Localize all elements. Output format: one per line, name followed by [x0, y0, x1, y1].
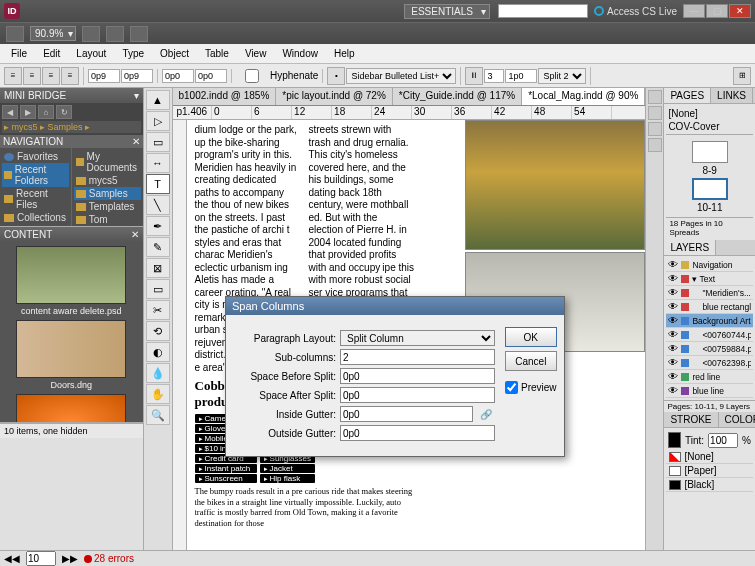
rectangle-frame-tool[interactable]: ⊠ — [146, 258, 170, 278]
layer-row[interactable]: 👁▾ Text — [666, 272, 753, 286]
layer-row[interactable]: 👁blue rectangle — [666, 300, 753, 314]
selection-tool[interactable]: ▲ — [146, 90, 170, 110]
column-count-field[interactable] — [484, 69, 504, 83]
folder-item[interactable]: Templates — [74, 200, 141, 213]
layer-row[interactable]: 👁blue line — [666, 384, 753, 398]
preflight-errors[interactable]: 28 errors — [84, 553, 134, 564]
document-tab[interactable]: *pic layout.indd @ 72% — [276, 88, 393, 105]
page-field[interactable] — [26, 551, 56, 566]
indent-left-field[interactable] — [88, 69, 120, 83]
hyphenate-checkbox[interactable] — [236, 69, 268, 83]
eyedropper-tool[interactable]: 💧 — [146, 363, 170, 383]
home-icon[interactable]: ⌂ — [38, 105, 54, 119]
close-button[interactable]: ✕ — [729, 4, 751, 18]
ruler-horizontal[interactable]: p1.406 061218243036424854 — [173, 106, 646, 120]
ok-button[interactable]: OK — [505, 327, 557, 347]
column-gutter-field[interactable] — [505, 69, 537, 83]
subcolumns-field[interactable] — [340, 349, 495, 365]
panel-close-icon[interactable]: ▾ — [134, 90, 139, 101]
document-tab[interactable]: b1002.indd @ 185% — [173, 88, 277, 105]
cs-live-button[interactable]: Access CS Live — [594, 6, 677, 17]
menu-window[interactable]: Window — [275, 46, 325, 61]
menu-table[interactable]: Table — [198, 46, 236, 61]
body-text-2[interactable]: The bumpy roads result in a pre carious … — [195, 486, 415, 529]
gap-tool[interactable]: ↔ — [146, 153, 170, 173]
space-before-field[interactable] — [162, 69, 194, 83]
fill-stroke-icon[interactable] — [668, 432, 681, 448]
justify-icon[interactable]: ≡ — [61, 67, 79, 85]
columns-icon[interactable]: ⫼ — [465, 67, 483, 85]
tag-item[interactable]: Hip flask — [260, 474, 316, 483]
align-left-icon[interactable]: ≡ — [4, 67, 22, 85]
photo-trees[interactable] — [465, 120, 645, 250]
zoom-tool[interactable]: 🔍 — [146, 405, 170, 425]
menu-view[interactable]: View — [238, 46, 274, 61]
pen-tool[interactable]: ✒ — [146, 216, 170, 236]
tint-field[interactable] — [708, 433, 738, 448]
panel-icon[interactable] — [648, 106, 662, 120]
span-dropdown[interactable]: Split 2 — [538, 68, 586, 84]
pencil-tool[interactable]: ✎ — [146, 237, 170, 257]
menu-file[interactable]: File — [4, 46, 34, 61]
menu-object[interactable]: Object — [153, 46, 196, 61]
document-tab[interactable]: *Local_Mag.indd @ 90% — [522, 88, 645, 105]
rectangle-tool[interactable]: ▭ — [146, 279, 170, 299]
nav-close-icon[interactable]: ✕ — [132, 136, 140, 147]
layer-row[interactable]: 👁"Meridien's... you thi... — [666, 286, 753, 300]
menu-type[interactable]: Type — [115, 46, 151, 61]
arrange-icon[interactable] — [130, 26, 148, 42]
type-tool[interactable]: T — [146, 174, 170, 194]
panel-icon[interactable] — [648, 90, 662, 104]
workspace-dropdown[interactable]: ESSENTIALS — [404, 4, 490, 19]
tag-item[interactable]: Jacket — [260, 464, 316, 473]
outside-gutter-field[interactable] — [340, 425, 495, 441]
line-tool[interactable]: ╲ — [146, 195, 170, 215]
zoom-dropdown[interactable]: 90.9% — [30, 26, 76, 41]
link-icon[interactable]: 🔗 — [477, 409, 495, 420]
content-thumb[interactable]: content aware delete.psd — [4, 246, 139, 316]
nav-item[interactable]: Collections — [2, 211, 69, 224]
preview-checkbox[interactable] — [505, 381, 518, 394]
content-thumb[interactable]: Doors.dng — [4, 320, 139, 390]
layout-dropdown[interactable]: Split Column — [340, 330, 495, 346]
layer-row[interactable]: 👁<00759884.psd> — [666, 342, 753, 356]
screen-mode-icon[interactable] — [106, 26, 124, 42]
transform-tool[interactable]: ⟲ — [146, 321, 170, 341]
cancel-button[interactable]: Cancel — [505, 351, 557, 371]
tab-pages[interactable]: PAGES — [664, 88, 711, 103]
folder-item[interactable]: My Documents — [74, 150, 141, 174]
align-right-icon[interactable]: ≡ — [42, 67, 60, 85]
panel-icon[interactable] — [648, 122, 662, 136]
page-tool[interactable]: ▭ — [146, 132, 170, 152]
maximize-button[interactable]: ▢ — [706, 4, 728, 18]
tab-stroke[interactable]: STROKE — [664, 412, 718, 427]
space-after-field[interactable] — [195, 69, 227, 83]
document-tab[interactable]: *City_Guide.indd @ 117% — [393, 88, 522, 105]
layer-row[interactable]: 👁<00760744.psd> — [666, 328, 753, 342]
page-thumb[interactable] — [692, 141, 728, 163]
tab-layers[interactable]: LAYERS — [664, 240, 716, 255]
gradient-tool[interactable]: ◐ — [146, 342, 170, 362]
content-close-icon[interactable]: ✕ — [131, 229, 139, 240]
layer-row[interactable]: 👁Navigation — [666, 258, 753, 272]
nav-item[interactable]: Recent Files — [2, 187, 69, 211]
tab-color[interactable]: COLOR — [719, 412, 755, 427]
inside-gutter-field[interactable] — [340, 406, 473, 422]
tab-links[interactable]: LINKS — [711, 88, 753, 103]
menu-help[interactable]: Help — [327, 46, 362, 61]
bridge-icon[interactable] — [6, 26, 24, 42]
master-none[interactable]: [None] — [668, 108, 751, 119]
direct-selection-tool[interactable]: ▷ — [146, 111, 170, 131]
layer-row[interactable]: 👁red line — [666, 370, 753, 384]
content-thumb[interactable] — [4, 394, 139, 422]
baseline-grid-icon[interactable]: ⊞ — [733, 67, 751, 85]
page-nav-prev[interactable]: ◀◀ — [4, 553, 20, 564]
tag-item[interactable]: Sunscreen — [195, 474, 257, 483]
bullets-icon[interactable]: • — [327, 67, 345, 85]
view-options-icon[interactable] — [82, 26, 100, 42]
back-button[interactable]: ◀ — [2, 105, 18, 119]
swatch-row[interactable]: [Black] — [666, 478, 753, 492]
align-center-icon[interactable]: ≡ — [23, 67, 41, 85]
folder-item[interactable]: Samples — [74, 187, 141, 200]
master-cov[interactable]: COV-Cover — [668, 121, 751, 132]
